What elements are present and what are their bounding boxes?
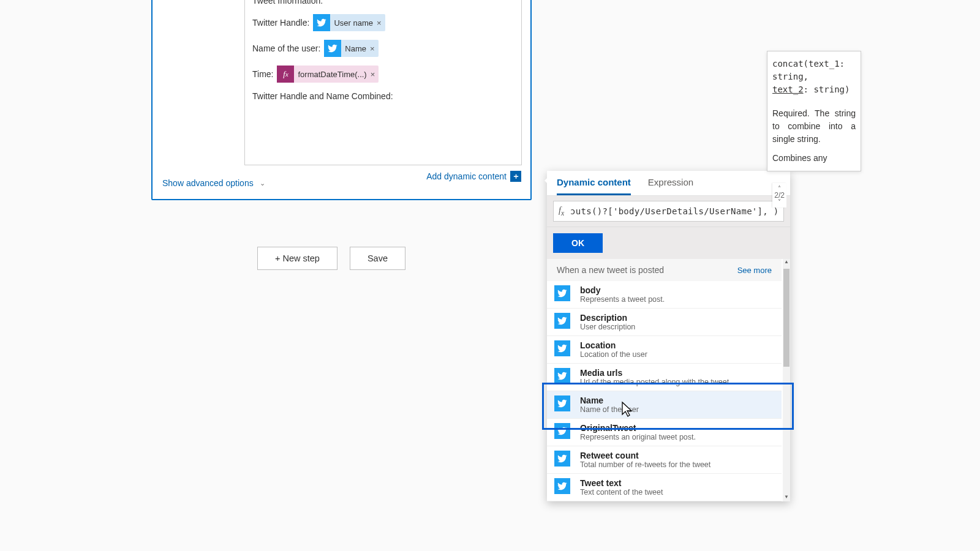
- trigger-group-title: When a new tweet is posted: [557, 265, 664, 275]
- tooltip-required: Required. The string to combine into a s…: [772, 107, 856, 146]
- twitter-icon: [554, 395, 570, 411]
- scroll-down-icon[interactable]: ▼: [783, 494, 790, 501]
- dc-item-tweet-text[interactable]: Tweet text Text content of the tweet: [547, 474, 782, 501]
- twitter-icon: [554, 285, 570, 301]
- tooltip-sig3: : string): [804, 84, 850, 94]
- param-counter: ˄ 2/2 ˅: [772, 183, 786, 208]
- trigger-group-header: When a new tweet is posted See more: [547, 259, 782, 281]
- add-dynamic-content-link[interactable]: Add dynamic content ＋: [426, 171, 521, 182]
- token-formatdatetime-text: formatDateTime(...): [298, 70, 366, 79]
- tooltip-sig2: text_2: [772, 84, 804, 94]
- time-label: Time:: [252, 69, 273, 79]
- fx-icon: fx: [559, 206, 564, 217]
- save-button[interactable]: Save: [350, 247, 405, 270]
- token-formatdatetime[interactable]: fx formatDateTime(...) ×: [277, 66, 379, 83]
- dc-item-description[interactable]: Description User description: [547, 309, 782, 336]
- remove-token-icon[interactable]: ×: [370, 44, 375, 53]
- tooltip-sig1: concat(text_1: string,: [772, 59, 845, 81]
- list-scrollbar[interactable]: ▲ ▼: [783, 259, 790, 501]
- dc-item-location[interactable]: Location Location of the user: [547, 336, 782, 364]
- expression-text: ɔuts()?['body/UserDetails/UserName'], ): [570, 206, 778, 216]
- expression-input[interactable]: fx ɔuts()?['body/UserDetails/UserName'],…: [553, 201, 784, 222]
- dynamic-content-list: When a new tweet is posted See more body…: [547, 259, 790, 501]
- show-advanced-text: Show advanced options: [162, 178, 254, 188]
- twitter-handle-label: Twitter Handle:: [252, 18, 309, 28]
- dc-item-originaltweet[interactable]: OriginalTweet Represents an original twe…: [547, 419, 782, 446]
- caret-down-icon: ˅: [774, 199, 785, 205]
- compose-step-card: Tweet Information: Twitter Handle: User …: [151, 0, 532, 200]
- twitter-icon: [554, 451, 570, 467]
- twitter-icon: [554, 478, 570, 494]
- fx-icon: fx: [277, 66, 294, 83]
- scroll-thumb[interactable]: [783, 269, 790, 367]
- token-username-text: User name: [334, 18, 373, 28]
- plus-icon: ＋: [510, 171, 521, 182]
- dc-item-name[interactable]: Name Name of the user: [547, 391, 782, 419]
- twitter-icon: [554, 423, 570, 439]
- show-advanced-options-link[interactable]: Show advanced options ⌄: [162, 178, 265, 188]
- scroll-up-icon[interactable]: ▲: [783, 259, 790, 266]
- token-username[interactable]: User name ×: [313, 14, 385, 31]
- name-of-user-label: Name of the user:: [252, 43, 320, 53]
- dc-item-retweet-count[interactable]: Retweet count Total number of re-tweets …: [547, 446, 782, 474]
- cursor-icon: [620, 401, 635, 418]
- twitter-icon: [554, 313, 570, 329]
- chevron-down-icon: ⌄: [260, 179, 265, 187]
- remove-token-icon[interactable]: ×: [371, 70, 375, 79]
- tooltip-truncated: Combines any: [772, 152, 856, 165]
- new-step-button[interactable]: + New step: [257, 247, 337, 270]
- dynamic-content-panel: Dynamic content Expression ˄ 2/2 ˅ fx ɔu…: [547, 171, 790, 501]
- combined-label: Twitter Handle and Name Combined:: [252, 91, 393, 101]
- token-name[interactable]: Name ×: [324, 40, 378, 57]
- tweet-info-label: Tweet Information:: [252, 0, 514, 6]
- remove-token-icon[interactable]: ×: [377, 18, 382, 28]
- see-more-link[interactable]: See more: [737, 266, 772, 275]
- function-tooltip: concat(text_1: string, text_2: string) R…: [767, 51, 861, 171]
- dc-item-body[interactable]: body Represents a tweet post.: [547, 281, 782, 309]
- twitter-icon: [554, 340, 570, 356]
- add-dynamic-content-text: Add dynamic content: [426, 171, 507, 181]
- twitter-icon: [313, 14, 330, 31]
- tab-expression[interactable]: Expression: [648, 177, 693, 195]
- compose-input-box[interactable]: Tweet Information: Twitter Handle: User …: [244, 0, 522, 165]
- tab-dynamic-content[interactable]: Dynamic content: [557, 177, 631, 195]
- token-name-text: Name: [345, 44, 366, 53]
- twitter-icon: [554, 368, 570, 384]
- ok-button[interactable]: OK: [553, 233, 603, 253]
- dc-item-media-urls[interactable]: Media urls Url of the media posted along…: [547, 364, 782, 391]
- twitter-icon: [324, 40, 341, 57]
